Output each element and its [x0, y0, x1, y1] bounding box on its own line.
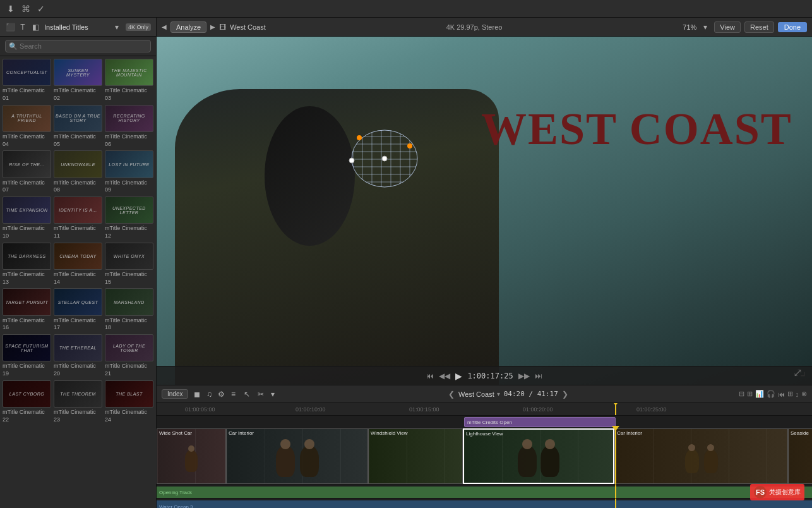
titles-grid: CONCEPTUALISTmTitle Cinematic 01SUNKEN M… [0, 56, 156, 508]
expand-icon[interactable]: ⤢ [793, 366, 803, 380]
headphone-icon[interactable]: 🎧 [767, 390, 775, 398]
title-item[interactable]: THE ETHEREALmTitle Cinematic 20 [54, 334, 102, 378]
analyze-button[interactable]: Analyze [170, 21, 206, 33]
clip-lighthouse-view[interactable]: Lighthouse View [463, 428, 614, 484]
solo-icon[interactable]: ⊗ [801, 390, 807, 398]
index-button[interactable]: Index [162, 389, 188, 399]
title-item[interactable]: IDENTITY IS A...mTitle Cinematic 11 [54, 197, 102, 240]
title-item[interactable]: RECREATING HISTORYmTitle Cinematic 06 [105, 105, 153, 148]
title-item[interactable]: Lost in futuremTitle Cinematic 09 [105, 150, 153, 194]
clip-icon[interactable]: ◼ [192, 389, 202, 399]
dropdown-icon[interactable]: ▾ [112, 22, 122, 32]
title-thumbnail: THE ETHEREAL [54, 334, 102, 361]
viewer-header-right: 71% ▾ View Reset Done [683, 21, 807, 33]
done-button[interactable]: Done [778, 22, 807, 32]
playhead-handle[interactable] [612, 403, 619, 406]
search-input[interactable] [5, 40, 151, 52]
title-item[interactable]: SPACE FUTURISM THATmTitle Cinematic 19 [3, 334, 51, 378]
titles-icon[interactable]: T [18, 22, 28, 32]
title-item[interactable]: CINEMA TODAYmTitle Cinematic 14 [54, 243, 102, 286]
clip-label-1: Wide Shot Car [159, 430, 192, 436]
title-label: mTitle Cinematic 11 [54, 225, 102, 239]
clip-label-4: Lighthouse View [466, 431, 503, 437]
next-frame-icon[interactable]: ⏭ [535, 372, 542, 380]
clip-seaside[interactable]: Seaside [788, 428, 812, 484]
prev-frame-icon[interactable]: ⏮ [426, 372, 434, 380]
ruler-playhead[interactable] [615, 403, 616, 415]
play-button[interactable]: ▶ [455, 371, 462, 381]
clip-nav-right[interactable]: ❯ [562, 390, 568, 399]
left-header: ⬛ T ◧ Installed Titles ▾ 4K Only [0, 18, 156, 37]
title-thumbnail: UNKNOWABLE [54, 150, 102, 178]
title-thumbnail: TARGET PURSUIT [3, 288, 51, 315]
character-area [157, 37, 517, 385]
title-item[interactable]: LADY OF THE TOWERmTitle Cinematic 21 [105, 334, 153, 378]
zoom-in-icon[interactable]: ⊞ [747, 390, 753, 398]
left-panel: ⬛ T ◧ Installed Titles ▾ 4K Only 🔍 CONCE… [0, 18, 157, 508]
title-label: mTitle Cinematic 16 [3, 317, 51, 332]
title-label: mTitle Cinematic 05 [54, 133, 102, 148]
clip-label-2: Car Interior [229, 430, 254, 436]
opening-track-clip[interactable]: Opening Track [157, 487, 812, 498]
back-arrow-icon[interactable]: ◀ [162, 23, 167, 30]
razor-icon[interactable]: ✂ [256, 389, 266, 399]
title-item[interactable]: STELLAR QUESTmTitle Cinematic 17 [54, 288, 102, 332]
reset-button[interactable]: Reset [744, 21, 774, 33]
view-options-icon[interactable]: ⊞ [787, 390, 793, 398]
title-label: mTitle Cinematic 09 [105, 179, 153, 194]
transitions-icon[interactable]: ◧ [30, 22, 40, 32]
title-item[interactable]: WHITE ONYXmTitle Cinematic 15 [105, 243, 153, 286]
title-item[interactable]: UNEXPECTED LETTERmTitle Cinematic 12 [105, 197, 153, 240]
film-people-1 [157, 438, 225, 483]
forward-arrow-icon[interactable]: ▶ [210, 23, 215, 30]
film-icon: 🎞 [219, 23, 226, 31]
title-item[interactable]: BASED ON A TRUE STORYmTitle Cinematic 05 [54, 105, 102, 148]
title-label: mTitle Cinematic 04 [3, 133, 51, 148]
download-icon[interactable]: ⬇ [5, 3, 16, 15]
title-item[interactable]: RISE OF THE...mTitle Cinematic 07 [3, 150, 51, 194]
clip-wide-shot-car[interactable]: Wide Shot Car [157, 428, 226, 484]
cursor-icon[interactable]: ↖ [242, 389, 252, 399]
media-icon[interactable]: ⬛ [5, 22, 15, 32]
water-ocean-clip[interactable]: Water Ocean 3 [157, 500, 812, 508]
title-item[interactable]: MARSHLANDmTitle Cinematic 18 [105, 288, 153, 332]
clip-label-3: Windshield View [371, 430, 408, 436]
title-item[interactable]: THE THEOREMmTitle Cinematic 23 [54, 380, 102, 424]
audio-meter-icon[interactable]: 📊 [755, 390, 764, 398]
audio-icon[interactable]: ♫ [204, 389, 214, 399]
title-item[interactable]: TIME EXPANSIONmTitle Cinematic 10 [3, 197, 51, 240]
more-tools-icon[interactable]: ▾ [268, 389, 278, 399]
clip-car-interior-2[interactable]: Car Interior [614, 428, 788, 484]
rewind-icon[interactable]: ◀◀ [439, 372, 450, 380]
title-thumb-text: SUNKEN MYSTERY [54, 67, 102, 78]
title-item[interactable]: THE MAJESTIC MOUNTAINmTitle Cinematic 03 [105, 59, 153, 102]
title-item[interactable]: TARGET PURSUITmTitle Cinematic 16 [3, 288, 51, 332]
zoom-fit-icon[interactable]: ⊟ [739, 390, 744, 398]
title-item[interactable]: THE DARKNESSmTitle Cinematic 13 [3, 243, 51, 286]
clip-car-interior-1[interactable]: Car Interior [226, 428, 368, 484]
zoom-dropdown-icon[interactable]: ▾ [700, 22, 710, 32]
title-item[interactable]: CONCEPTUALISTmTitle Cinematic 01 [3, 59, 51, 102]
title-item[interactable]: THE BLASTmTitle Cinematic 24 [105, 380, 153, 424]
title-item[interactable]: SUNKEN MYSTERYmTitle Cinematic 02 [54, 59, 102, 102]
title-thumb-text: SPACE FUTURISM THAT [3, 342, 51, 354]
clip-nav-left[interactable]: ❮ [448, 390, 455, 399]
title-thumb-text: LAST CYBORG [8, 390, 45, 397]
title-thumbnail: BASED ON A TRUE STORY [54, 105, 102, 132]
face-mesh-overlay[interactable] [340, 124, 429, 193]
fast-forward-icon[interactable]: ▶▶ [518, 372, 530, 380]
title-item[interactable]: UNKNOWABLEmTitle Cinematic 08 [54, 150, 102, 194]
svg-point-18 [407, 143, 412, 148]
mtitle-credits-clip[interactable]: mTitle Credits Open [464, 417, 616, 427]
skip-back-icon[interactable]: ⏮ [778, 390, 785, 398]
view-button[interactable]: View [714, 21, 741, 33]
title-item[interactable]: LAST CYBORGmTitle Cinematic 22 [3, 380, 51, 424]
settings-icon[interactable]: ⚙ [216, 389, 226, 399]
check-icon[interactable]: ✓ [35, 3, 47, 15]
clip-height-icon[interactable]: ↕ [796, 390, 799, 398]
clip-windshield-view[interactable]: Windshield View [368, 428, 463, 484]
clip-dropdown-icon[interactable]: ▾ [497, 390, 500, 397]
layout-icon[interactable]: ≡ [228, 389, 238, 399]
key-icon[interactable]: ⌘ [20, 3, 32, 15]
title-item[interactable]: A TRUTHFUL FRIENDmTitle Cinematic 04 [3, 105, 51, 148]
